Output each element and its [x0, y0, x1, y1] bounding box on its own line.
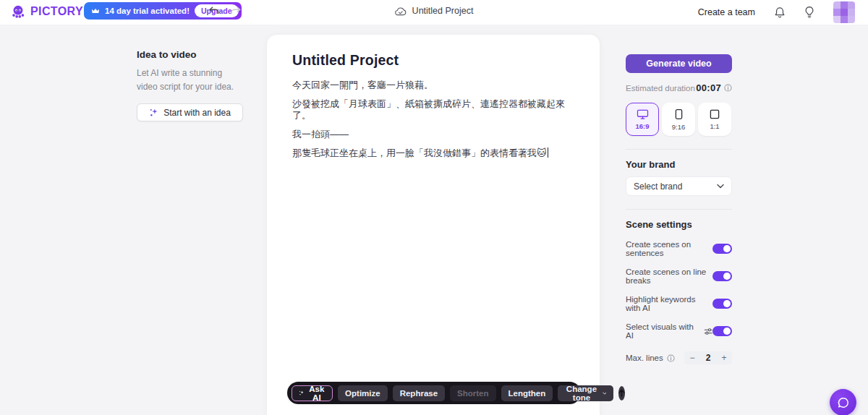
ratio-label: 16:9	[635, 122, 649, 130]
project-name[interactable]: Untitled Project	[412, 6, 474, 16]
change-tone-label: Change tone	[565, 385, 597, 402]
notifications-button[interactable]	[774, 7, 786, 19]
aspect-ratio-16-9[interactable]: 16:9	[626, 103, 659, 136]
aspect-ratio-selector: 16:9 9:16 1:1	[626, 103, 732, 136]
trial-text: 14 day trial activated!	[105, 7, 190, 15]
your-brand-title: Your brand	[626, 159, 732, 170]
start-with-idea-label: Start with an idea	[163, 108, 231, 118]
rephrase-button[interactable]: Rephrase	[393, 385, 445, 401]
idea-panel-title: Idea to video	[137, 49, 245, 60]
aspect-ratio-1-1[interactable]: 1:1	[698, 103, 731, 136]
info-icon	[667, 354, 675, 362]
project-title-header[interactable]: Untitled Project	[395, 6, 474, 16]
max-lines-value: 2	[700, 353, 716, 363]
divider	[626, 209, 732, 210]
start-with-idea-button[interactable]: Start with an idea	[137, 103, 243, 121]
setting-row-scenes-linebreaks: Create scenes on line breaks	[626, 268, 732, 285]
crown-icon	[91, 7, 100, 15]
lengthen-button[interactable]: Lengthen	[501, 385, 553, 401]
change-tone-button[interactable]: Change tone	[558, 385, 613, 401]
idea-to-video-panel: Idea to video Let AI write a stunning vi…	[137, 49, 245, 121]
ratio-label: 9:16	[672, 123, 686, 131]
script-paragraph[interactable]: 今天回家一開門，客廳一片狼藉。	[292, 80, 574, 91]
setting-label: Highlight keywords with AI	[626, 295, 712, 312]
brand-select-value: Select brand	[634, 181, 682, 192]
create-team-button[interactable]: Create a team	[698, 7, 755, 17]
toggle-scenes-linebreaks[interactable]	[712, 271, 732, 281]
toggle-highlight-keywords[interactable]	[712, 299, 732, 309]
chevron-down-icon	[717, 184, 724, 189]
undo-icon	[208, 6, 220, 16]
logo-text: PICTORY	[30, 5, 83, 18]
lightbulb-icon	[804, 6, 814, 19]
toggle-scenes-sentences[interactable]	[712, 244, 732, 254]
divider	[626, 149, 732, 150]
toggle-select-visuals[interactable]	[712, 326, 732, 336]
cloud-saved-icon	[395, 7, 407, 16]
setting-row-scenes-sentences: Create scenes on sentences	[626, 240, 732, 257]
setting-label: Select visuals with AI	[626, 322, 700, 340]
scene-settings-title: Scene settings	[626, 219, 732, 230]
generate-video-button[interactable]: Generate video	[626, 54, 732, 73]
chevron-down-icon	[603, 391, 607, 395]
square-icon	[710, 109, 720, 119]
text-cursor	[548, 147, 548, 158]
ask-ai-label: Ask AI	[308, 385, 326, 402]
sparkle-icon	[149, 108, 158, 117]
max-lines-row: Max. lines − 2 +	[626, 351, 732, 364]
octopus-logo-icon	[10, 4, 26, 20]
shorten-button[interactable]: Shorten	[450, 385, 495, 401]
setting-label: Create scenes on sentences	[626, 240, 712, 257]
script-paragraph[interactable]: 那隻毛球正坐在桌上，用一臉「我沒做錯事」的表情看著我🐱	[292, 147, 574, 159]
monitor-icon	[637, 109, 649, 119]
script-paragraph[interactable]: 沙發被挖成「月球表面」、紙箱被撕成碎片、連遙控器都被藏起來了。	[292, 98, 574, 121]
sliders-icon[interactable]	[704, 327, 712, 336]
bell-icon	[774, 7, 786, 19]
document-title[interactable]: Untitled Project	[292, 52, 574, 69]
estimated-duration-label: Estimated duration	[626, 84, 695, 93]
max-lines-decrease-button[interactable]: −	[684, 354, 700, 362]
max-lines-stepper: − 2 +	[684, 351, 732, 364]
redo-button[interactable]	[230, 6, 242, 16]
estimated-duration-row: Estimated duration 00:07	[626, 82, 732, 93]
setting-row-highlight-keywords: Highlight keywords with AI	[626, 295, 732, 312]
script-paragraph[interactable]: 我一抬頭——	[292, 129, 574, 140]
submit-prompt-button[interactable]	[618, 386, 625, 401]
brand-select-dropdown[interactable]: Select brand	[626, 176, 732, 196]
ai-writing-toolbar: Ask AI Optimize Rephrase Shorten Lengthe…	[287, 382, 581, 404]
optimize-button[interactable]: Optimize	[338, 385, 388, 401]
info-icon	[724, 84, 732, 92]
pictory-app: PICTORY 14 day trial activated! Upgrade	[0, 0, 868, 415]
video-settings-panel: Generate video Estimated duration 00:07 …	[626, 54, 732, 364]
setting-label: Create scenes on line breaks	[626, 268, 712, 285]
max-lines-label: Max. lines	[626, 354, 663, 362]
chat-bubble-icon	[837, 396, 850, 409]
idea-panel-description: Let AI write a stunning video script for…	[137, 67, 245, 93]
script-text-area[interactable]: 今天回家一開門，客廳一片狼藉。 沙發被挖成「月球表面」、紙箱被撕成碎片、連遙控器…	[292, 80, 574, 158]
estimated-duration-value: 00:07	[696, 82, 721, 93]
max-lines-increase-button[interactable]: +	[716, 354, 732, 362]
setting-row-select-visuals: Select visuals with AI	[626, 322, 732, 340]
user-avatar[interactable]	[833, 1, 855, 23]
ask-ai-button[interactable]: Ask AI	[292, 385, 333, 401]
top-bar: PICTORY 14 day trial activated! Upgrade	[0, 0, 868, 25]
aspect-ratio-9-16[interactable]: 9:16	[662, 103, 695, 136]
tips-button[interactable]	[804, 6, 814, 19]
support-chat-button[interactable]	[830, 389, 856, 415]
pictory-logo[interactable]: PICTORY	[10, 4, 83, 20]
redo-icon	[230, 6, 242, 16]
phone-icon	[675, 108, 683, 120]
undo-button[interactable]	[208, 6, 220, 16]
ask-ai-sparkle-icon	[299, 389, 305, 397]
script-editor: Untitled Project 今天回家一開門，客廳一片狼藉。 沙發被挖成「月…	[267, 35, 600, 415]
ratio-label: 1:1	[710, 122, 719, 130]
arrow-up-icon	[618, 389, 625, 397]
